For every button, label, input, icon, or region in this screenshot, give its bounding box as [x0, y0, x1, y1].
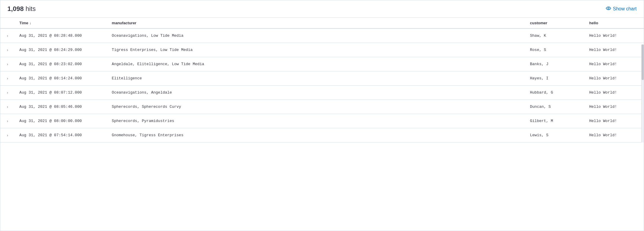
hello-cell: Hello World! [584, 100, 644, 114]
customer-cell: Rose, S [525, 43, 584, 57]
hello-cell: Hello World! [584, 43, 644, 57]
manufacturer-cell: Oceanavigations, Low Tide Media [107, 28, 525, 43]
table-row: › Aug 31, 2021 @ 08:14:24.000 Elitellige… [0, 71, 644, 86]
expand-button[interactable]: › [5, 132, 10, 138]
svg-point-0 [608, 8, 609, 9]
table-body: › Aug 31, 2021 @ 08:28:48.000 Oceanaviga… [0, 28, 644, 142]
time-cell: Aug 31, 2021 @ 08:23:02.000 [15, 57, 107, 71]
manufacturer-header-label: manufacturer [112, 21, 136, 25]
manufacturer-column-header[interactable]: manufacturer [107, 18, 525, 28]
time-cell: Aug 31, 2021 @ 08:14:24.000 [15, 71, 107, 86]
expand-cell: › [0, 128, 15, 142]
hits-number: 1,098 [7, 5, 24, 12]
hello-column-header[interactable]: hello [584, 18, 644, 28]
customer-cell: Banks, J [525, 57, 584, 71]
expand-button[interactable]: › [5, 104, 10, 110]
customer-cell: Hubbard, G [525, 86, 584, 100]
hello-cell: Hello World! [584, 28, 644, 43]
expand-column-header [0, 18, 15, 28]
vertical-scrollbar[interactable] [641, 44, 644, 142]
customer-header-label: customer [530, 21, 547, 25]
hello-cell: Hello World! [584, 86, 644, 100]
table-row: › Aug 31, 2021 @ 07:54:14.000 Gnomehouse… [0, 128, 644, 142]
show-chart-label: Show chart [613, 6, 637, 12]
manufacturer-cell: Angeldale, Elitelligence, Low Tide Media [107, 57, 525, 71]
expand-button[interactable]: › [5, 47, 10, 53]
hits-label: hits [25, 5, 36, 12]
expand-button[interactable]: › [5, 76, 10, 81]
hello-header-label: hello [589, 21, 598, 25]
time-header-label: Time [19, 21, 28, 25]
time-cell: Aug 31, 2021 @ 08:24:29.000 [15, 43, 107, 57]
table-row: › Aug 31, 2021 @ 08:28:48.000 Oceanaviga… [0, 28, 644, 43]
time-cell: Aug 31, 2021 @ 08:00:00.000 [15, 114, 107, 128]
table-row: › Aug 31, 2021 @ 08:24:29.000 Tigress En… [0, 43, 644, 57]
table-row: › Aug 31, 2021 @ 08:07:12.000 Oceanaviga… [0, 86, 644, 100]
data-table-wrapper: Time ↓ manufacturer customer hello [0, 18, 644, 142]
manufacturer-cell: Spherecords, Spherecords Curvy [107, 100, 525, 114]
expand-button[interactable]: › [5, 118, 10, 124]
table-header-row: Time ↓ manufacturer customer hello [0, 18, 644, 28]
hello-cell: Hello World! [584, 71, 644, 86]
expand-cell: › [0, 86, 15, 100]
manufacturer-cell: Spherecords, Pyramidustries [107, 114, 525, 128]
scrollbar-thumb[interactable] [642, 44, 644, 80]
manufacturer-cell: Gnomehouse, Tigress Enterprises [107, 128, 525, 142]
time-cell: Aug 31, 2021 @ 08:07:12.000 [15, 86, 107, 100]
customer-cell: Shaw, K [525, 28, 584, 43]
expand-cell: › [0, 57, 15, 71]
customer-cell: Duncan, S [525, 100, 584, 114]
hello-cell: Hello World! [584, 114, 644, 128]
time-cell: Aug 31, 2021 @ 08:05:46.000 [15, 100, 107, 114]
table-row: › Aug 31, 2021 @ 08:05:46.000 Spherecord… [0, 100, 644, 114]
expand-button[interactable]: › [5, 61, 10, 67]
customer-cell: Gilbert, M [525, 114, 584, 128]
expand-cell: › [0, 71, 15, 86]
time-cell: Aug 31, 2021 @ 08:28:48.000 [15, 28, 107, 43]
expand-cell: › [0, 114, 15, 128]
customer-cell: Hayes, I [525, 71, 584, 86]
time-cell: Aug 31, 2021 @ 07:54:14.000 [15, 128, 107, 142]
hits-count-display: 1,098 hits [7, 5, 36, 13]
manufacturer-cell: Elitelligence [107, 71, 525, 86]
table-row: › Aug 31, 2021 @ 08:23:02.000 Angeldale,… [0, 57, 644, 71]
results-header: 1,098 hits Show chart [0, 0, 644, 18]
hello-cell: Hello World! [584, 128, 644, 142]
hello-cell: Hello World! [584, 57, 644, 71]
expand-button[interactable]: › [5, 90, 10, 95]
results-table: Time ↓ manufacturer customer hello [0, 18, 644, 142]
manufacturer-cell: Oceanavigations, Angeldale [107, 86, 525, 100]
expand-cell: › [0, 28, 15, 43]
results-container: 1,098 hits Show chart Time [0, 0, 644, 231]
expand-cell: › [0, 100, 15, 114]
manufacturer-cell: Tigress Enterprises, Low Tide Media [107, 43, 525, 57]
sort-desc-icon: ↓ [29, 21, 31, 25]
table-row: › Aug 31, 2021 @ 08:00:00.000 Spherecord… [0, 114, 644, 128]
expand-cell: › [0, 43, 15, 57]
time-column-header[interactable]: Time ↓ [15, 18, 107, 28]
customer-column-header[interactable]: customer [525, 18, 584, 28]
customer-cell: Lewis, S [525, 128, 584, 142]
eye-icon [606, 6, 611, 12]
expand-button[interactable]: › [5, 33, 10, 38]
show-chart-button[interactable]: Show chart [606, 6, 637, 12]
